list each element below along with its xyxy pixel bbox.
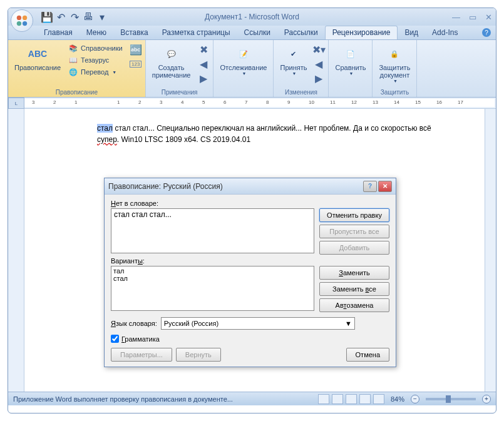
view-full-screen-icon[interactable] xyxy=(332,394,343,404)
prev-comment-icon[interactable]: ◀ xyxy=(197,57,210,71)
tab-layout[interactable]: Разметка страницы xyxy=(155,26,237,39)
ribbon: ABC Правописание 📚Справочники 📖Тезаурус … xyxy=(8,40,496,98)
svg-point-2 xyxy=(17,21,21,26)
titlebar: 💾 ↶ ↷ 🖶 ▾ Документ1 - Microsoft Word — ▭… xyxy=(8,8,496,26)
undo-button[interactable]: Вернуть xyxy=(176,348,221,362)
spelling-label: Правописание xyxy=(14,64,61,71)
thesaurus-button[interactable]: 📖Тезаурус xyxy=(66,54,125,66)
dict-lang-select[interactable]: Русский (Россия) ▼ xyxy=(161,317,355,330)
dialog-close-button[interactable]: ✕ xyxy=(378,181,392,192)
next-comment-icon[interactable]: ▶ xyxy=(197,71,210,85)
group-changes-label: Изменения xyxy=(276,88,326,97)
dialog-titlebar[interactable]: Правописание: Русский (Россия) ? ✕ xyxy=(105,178,396,195)
tab-home[interactable]: Главная xyxy=(37,26,80,39)
protect-button[interactable]: 🔒 Защитить документ▼ xyxy=(375,43,414,84)
accept-icon: ✔ xyxy=(284,44,304,64)
svg-point-1 xyxy=(23,16,27,20)
print-icon[interactable]: 🖶 xyxy=(82,11,95,23)
office-button[interactable] xyxy=(11,9,33,32)
group-comments-label: Примечания xyxy=(148,88,211,97)
suggestion-item[interactable]: тал xyxy=(113,267,312,275)
view-outline-icon[interactable] xyxy=(359,394,371,404)
statusbar: Приложение Word выполняет проверку право… xyxy=(8,392,496,405)
spelling-error-word: супер xyxy=(97,135,117,144)
ignore-all-button[interactable]: Пропустить все xyxy=(319,225,389,238)
tab-addins[interactable]: Add-Ins xyxy=(425,26,465,39)
undo-edit-button[interactable]: Отменить правку xyxy=(319,208,389,222)
zoom-value[interactable]: 84% xyxy=(391,395,404,403)
tab-review[interactable]: Рецензирование xyxy=(325,26,398,39)
group-compare: 📄 Сравнить▼ xyxy=(329,40,373,97)
grammar-label: Грамматика xyxy=(121,335,160,343)
track-icon: 📝 xyxy=(234,44,254,64)
save-icon[interactable]: 💾 xyxy=(41,11,53,23)
tab-mailings[interactable]: Рассылки xyxy=(277,26,325,39)
scrollbar-vertical[interactable] xyxy=(485,109,496,392)
new-comment-button[interactable]: 💬 Создать примечание xyxy=(148,43,195,80)
add-button[interactable]: Добавить xyxy=(319,241,389,255)
highlighted-word: стал xyxy=(97,124,113,133)
group-protect: 🔒 Защитить документ▼ Защитить xyxy=(373,40,417,97)
suggestions-list[interactable]: тал стал xyxy=(111,266,314,311)
prev-change-icon[interactable]: ◀ xyxy=(312,57,326,71)
compare-button[interactable]: 📄 Сравнить▼ xyxy=(331,43,369,77)
view-print-layout-icon[interactable] xyxy=(318,394,329,404)
dialog-help-button[interactable]: ? xyxy=(363,181,377,192)
zoom-in-button[interactable]: + xyxy=(482,395,491,403)
accept-button[interactable]: ✔ Принять▼ xyxy=(276,43,311,77)
spelling-button[interactable]: ABC Правописание xyxy=(11,43,64,73)
group-proofing-label: Правописание xyxy=(11,88,143,97)
group-tracking: 📝 Отслеживание▼ xyxy=(213,40,274,97)
change-all-button[interactable]: Заменить все xyxy=(319,282,389,296)
thesaurus-icon: 📖 xyxy=(68,55,78,65)
reject-icon[interactable]: ✖▾ xyxy=(312,43,326,56)
redo-icon[interactable]: ↷ xyxy=(68,11,81,23)
qat-dropdown-icon[interactable]: ▾ xyxy=(96,11,108,23)
zoom-out-button[interactable]: − xyxy=(411,395,419,403)
chevron-down-icon: ▼ xyxy=(345,320,352,327)
help-icon[interactable]: ? xyxy=(482,28,491,37)
translate-icon: 🌐 xyxy=(68,67,78,77)
dialog-title-text: Правописание: Русский (Россия) xyxy=(108,182,223,191)
protect-icon: 🔒 xyxy=(384,44,404,64)
delete-comment-icon[interactable]: ✖ xyxy=(197,43,210,56)
research-button[interactable]: 📚Справочники xyxy=(66,43,125,54)
svg-point-0 xyxy=(17,16,21,20)
window-title: Документ1 - Microsoft Word xyxy=(205,13,299,21)
maximize-button[interactable]: ▭ xyxy=(469,13,476,22)
minimize-button[interactable]: — xyxy=(452,13,460,22)
ruler-corner[interactable]: L xyxy=(8,98,24,109)
spelling-icon: ABC xyxy=(28,44,48,64)
suggestion-item[interactable]: стал xyxy=(113,275,312,282)
autocorrect-button[interactable]: Автозамена xyxy=(319,298,389,312)
undo-icon[interactable]: ↶ xyxy=(54,11,67,23)
translate-button[interactable]: 🌐Перевод▼ xyxy=(66,66,125,78)
quick-access-toolbar: 💾 ↶ ↷ 🖶 ▾ xyxy=(41,11,108,23)
options-button[interactable]: Параметры... xyxy=(111,348,172,362)
spelling-dialog: Правописание: Русский (Россия) ? ✕ Нет в… xyxy=(104,178,396,367)
language-icon[interactable]: 🔤 xyxy=(129,43,143,56)
view-draft-icon[interactable] xyxy=(373,394,384,404)
view-web-layout-icon[interactable] xyxy=(346,394,357,404)
grammar-checkbox[interactable] xyxy=(111,335,119,343)
tab-references[interactable]: Ссылки xyxy=(237,26,277,39)
zoom-slider[interactable] xyxy=(426,398,476,400)
ruler-scale: 321 1234567891011121314151617 xyxy=(24,99,495,107)
office-logo-icon xyxy=(15,14,29,28)
zoom-thumb[interactable] xyxy=(446,395,451,403)
close-button[interactable]: ✕ xyxy=(485,13,492,22)
tab-view[interactable]: Вид xyxy=(398,26,425,39)
tab-insert[interactable]: Вставка xyxy=(113,26,155,39)
tab-menu[interactable]: Меню xyxy=(80,26,113,39)
next-change-icon[interactable]: ▶ xyxy=(312,71,326,85)
ruler-horizontal[interactable]: L 321 1234567891011121314151617 xyxy=(8,98,496,109)
not-in-dict-textarea[interactable]: стал стал стал... xyxy=(111,208,314,253)
track-changes-button[interactable]: 📝 Отслеживание▼ xyxy=(216,43,270,77)
research-icon: 📚 xyxy=(68,43,78,53)
group-protect-label: Защитить xyxy=(375,88,414,97)
word-count-icon[interactable]: 123 xyxy=(129,57,143,71)
document-text[interactable]: стал стал стал... Специально переключал … xyxy=(97,123,453,145)
change-button[interactable]: Заменить xyxy=(319,266,389,280)
ruler-vertical[interactable] xyxy=(8,109,24,392)
cancel-button[interactable]: Отмена xyxy=(346,348,389,362)
